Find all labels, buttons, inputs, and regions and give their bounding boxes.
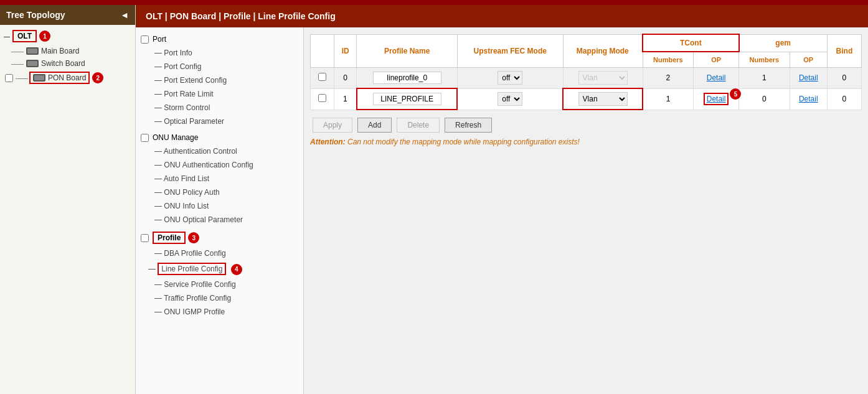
nav-item-onu-info-list[interactable]: — ONU Info List (136, 199, 303, 213)
content-body: Port — Port Info — Port Config — Port Ex… (136, 27, 868, 394)
nav-item-auth-control[interactable]: — Authentication Control (136, 144, 303, 158)
delete-button[interactable]: Delete (397, 118, 440, 133)
sidebar-item-pon-board[interactable]: —— PON Board 2 (0, 70, 135, 86)
nav-item-storm-control[interactable]: — Storm Control (136, 101, 303, 115)
pon-board-checkbox[interactable] (5, 74, 13, 82)
profile-section-badge: 3 (188, 232, 199, 243)
mainboard-icon (26, 47, 39, 55)
nav-item-onu-optical-param[interactable]: — ONU Optical Parameter (136, 213, 303, 227)
mainboard-label: Main Board (41, 47, 79, 55)
row0-fec-select[interactable]: off on (498, 71, 522, 85)
sidebar-header: Tree Topology ◄ (0, 5, 135, 25)
nav-item-onu-policy-auth[interactable]: — ONU Policy Auth (136, 185, 303, 199)
row1-profile-name-input[interactable] (373, 93, 441, 105)
row0-profile-name-input[interactable] (373, 72, 441, 84)
apply-button[interactable]: Apply (313, 118, 352, 133)
row1-profile-name[interactable] (357, 88, 458, 110)
onu-manage-checkbox[interactable] (141, 134, 149, 142)
th-tcont-numbers: Numbers (643, 52, 694, 68)
nav-item-port-extend-config[interactable]: — Port Extend Config (136, 73, 303, 87)
row1-tcont-numbers: 1 (643, 88, 694, 110)
row1-checkbox[interactable] (311, 88, 334, 110)
row0-gem-op[interactable]: Detail (790, 68, 827, 89)
row1-mapping-mode[interactable]: Vlan GEM Port Priority (563, 88, 643, 110)
row0-tcont-numbers: 2 (643, 68, 694, 89)
breadcrumb: OLT | PON Board | Profile | Line Profile… (136, 5, 868, 27)
onu-nav-items: — Authentication Control — ONU Authentic… (136, 144, 303, 227)
nav-item-service-profile-config[interactable]: — Service Profile Config (136, 278, 303, 291)
nav-item-dba-profile-config[interactable]: — DBA Profile Config (136, 246, 303, 260)
row0-mapping-mode[interactable]: Vlan GEM Port Priority (563, 68, 643, 89)
nav-section-onu-manage[interactable]: ONU Manage (136, 128, 303, 144)
row1-bind-number: 0 (827, 88, 861, 110)
profile-section-checkbox[interactable] (141, 234, 149, 242)
row0-checkbox[interactable] (311, 68, 334, 89)
ponboard-label: PON Board (48, 73, 86, 82)
content-area: OLT | PON Board | Profile | Line Profile… (136, 5, 868, 394)
top-accent-bar (0, 0, 868, 5)
row1-mapping-select[interactable]: Vlan GEM Port Priority (578, 92, 628, 106)
olt-label[interactable]: OLT (12, 30, 37, 42)
sidebar-item-main-board[interactable]: —— Main Board (0, 45, 135, 57)
port-section-checkbox[interactable] (141, 35, 149, 44)
action-buttons: Apply Add Delete Refresh (310, 118, 862, 133)
nav-item-line-profile-config[interactable]: — Line Profile Config 4 (136, 260, 303, 278)
line-profile-active-label: Line Profile Config (158, 263, 226, 275)
pon-board-box: PON Board (29, 72, 90, 84)
sidebar-item-olt[interactable]: — OLT 1 (0, 27, 135, 45)
sidebar-item-switch-board[interactable]: —— Switch Board (0, 57, 135, 70)
th-tcont: TCont (643, 34, 738, 52)
th-gem-op: OP (790, 52, 827, 68)
nav-item-port-config[interactable]: — Port Config (136, 60, 303, 73)
attention-label: Attention: (310, 138, 346, 146)
row1-fec-mode[interactable]: off on (457, 88, 563, 110)
switchboard-dash: —— (11, 60, 24, 67)
pon-board-badge: 2 (92, 72, 103, 83)
onu-manage-label: ONU Manage (153, 133, 198, 142)
port-nav-items: — Port Info — Port Config — Port Extend … (136, 46, 303, 128)
line-profile-table: ID Profile Name Upstream FEC Mode Mappin… (310, 34, 862, 110)
nav-section-port[interactable]: Port (136, 32, 303, 46)
row1-gem-op[interactable]: Detail (790, 88, 827, 110)
profile-section-label: Profile (153, 232, 186, 244)
profile-nav-items: — DBA Profile Config — Line Profile Conf… (136, 246, 303, 319)
nav-item-onu-igmp-profile[interactable]: — ONU IGMP Profile (136, 305, 303, 319)
nav-item-port-info[interactable]: — Port Info (136, 46, 303, 60)
th-tcont-op: OP (694, 52, 739, 68)
th-upstream-fec-mode: Upstream FEC Mode (457, 34, 563, 68)
nav-item-optical-parameter[interactable]: — Optical Parameter (136, 115, 303, 128)
switchboard-icon (26, 60, 39, 67)
ponboard-dash: —— (16, 75, 28, 82)
table-row: 1 off on (311, 88, 862, 110)
row0-profile-name[interactable] (357, 68, 458, 89)
row0-tcont-op[interactable]: Detail (694, 68, 739, 89)
olt-badge: 1 (39, 30, 50, 42)
th-profile-name: Profile Name (357, 34, 458, 68)
row0-gem-detail-link[interactable]: Detail (799, 73, 818, 82)
nav-item-onu-auth-config[interactable]: — ONU Authentication Config (136, 158, 303, 172)
sidebar-title: Tree Topology (6, 10, 65, 20)
nav-item-traffic-profile-config[interactable]: — Traffic Profile Config (136, 291, 303, 305)
refresh-button[interactable]: Refresh (445, 118, 492, 133)
sidebar: Tree Topology ◄ — OLT 1 —— Main Board ——… (0, 5, 136, 394)
ponboard-icon (33, 74, 45, 82)
row1-fec-select[interactable]: off on (498, 92, 522, 106)
breadcrumb-text: OLT | PON Board | Profile | Line Profile… (146, 11, 336, 21)
row0-mapping-select[interactable]: Vlan GEM Port Priority (578, 71, 628, 85)
th-bind: Bind (827, 34, 861, 68)
nav-item-auto-find-list[interactable]: — Auto Find List (136, 172, 303, 185)
row0-fec-mode[interactable]: off on (457, 68, 563, 89)
switchboard-label: Switch Board (41, 59, 85, 68)
row0-detail-link[interactable]: Detail (707, 73, 726, 82)
nav-section-profile[interactable]: Profile 3 (136, 227, 303, 246)
row1-detail-link[interactable]: Detail (704, 93, 729, 105)
line-profile-badge: 4 (231, 264, 242, 275)
sidebar-toggle-icon[interactable]: ◄ (120, 10, 129, 20)
row1-gem-detail-link[interactable]: Detail (799, 95, 818, 103)
nav-item-port-rate-limit[interactable]: — Port Rate Limit (136, 87, 303, 101)
add-button[interactable]: Add (357, 118, 392, 133)
row1-tcont-op[interactable]: Detail 5 (694, 88, 739, 110)
th-id: ID (334, 34, 357, 68)
row0-id: 0 (334, 68, 357, 89)
attention-text: Can not modify the mapping mode while ma… (347, 138, 580, 146)
